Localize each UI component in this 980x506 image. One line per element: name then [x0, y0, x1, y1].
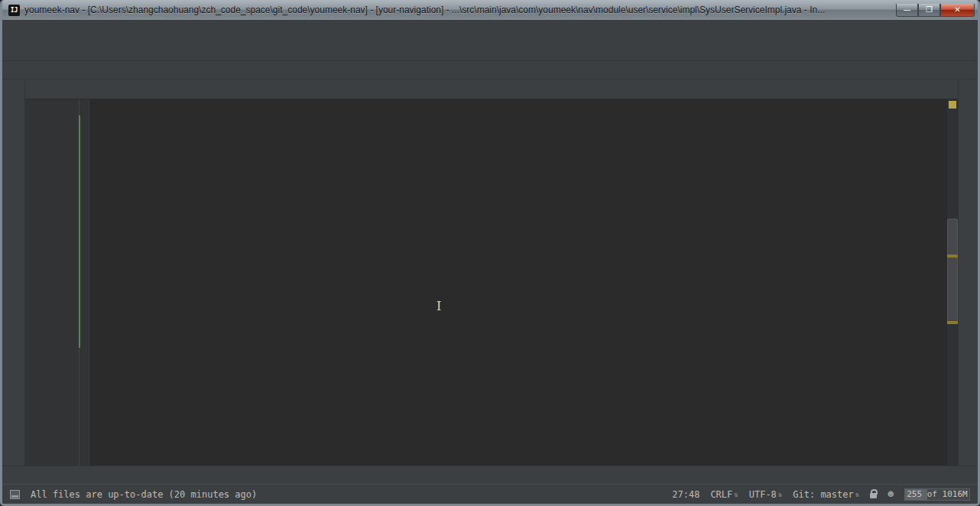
main-toolbar	[2, 38, 978, 61]
hector-inspector-icon[interactable]: ☻	[888, 488, 894, 500]
editor-scrollbar[interactable]	[947, 219, 958, 323]
warning-stripe-mark[interactable]	[947, 321, 958, 324]
spinner-icon: ⇅	[855, 491, 859, 498]
status-message: All files are up-to-date (20 minutes ago…	[31, 489, 661, 500]
vcs-change-bar	[79, 115, 80, 348]
code-editor[interactable]: I	[25, 99, 958, 465]
left-tool-stripe	[2, 79, 25, 465]
spinner-icon: ⇅	[734, 491, 738, 498]
ide-window: IJ youmeek-nav - [C:\Users\zhangchaohuan…	[0, 0, 980, 506]
status-bar: All files are up-to-date (20 minutes ago…	[2, 484, 978, 504]
caret-position[interactable]: 27:48	[672, 489, 699, 500]
toggle-stripes-icon[interactable]	[10, 490, 20, 499]
window-title: youmeek-nav - [C:\Users\zhangchaohuang\z…	[24, 5, 891, 15]
inspection-status-square[interactable]	[949, 101, 956, 109]
minimize-button[interactable]: —	[896, 4, 918, 17]
right-tool-stripe	[958, 79, 978, 465]
breadcrumb	[2, 61, 978, 79]
mouse-ibeam-cursor: I	[436, 300, 441, 313]
spinner-icon: ⇅	[778, 491, 782, 498]
app-logo-icon: IJ	[8, 5, 20, 16]
encoding-selector[interactable]: UTF-8⇅	[749, 489, 783, 500]
readonly-lock-icon[interactable]	[870, 493, 877, 498]
title-bar[interactable]: IJ youmeek-nav - [C:\Users\zhangchaohuan…	[2, 0, 978, 20]
line-separator-selector[interactable]: CRLF⇅	[710, 489, 738, 500]
git-branch-selector[interactable]: Git: master⇅	[793, 489, 859, 500]
menu-bar	[2, 20, 978, 38]
error-stripe[interactable]	[947, 99, 958, 465]
bottom-tool-bar	[2, 465, 978, 484]
editor-tab-bar	[25, 79, 958, 99]
memory-indicator[interactable]: 255 of 1016M	[904, 488, 970, 501]
warning-stripe-mark[interactable]	[947, 255, 958, 258]
close-button[interactable]: ✕	[940, 4, 975, 17]
maximize-button[interactable]: ❐	[918, 4, 940, 17]
